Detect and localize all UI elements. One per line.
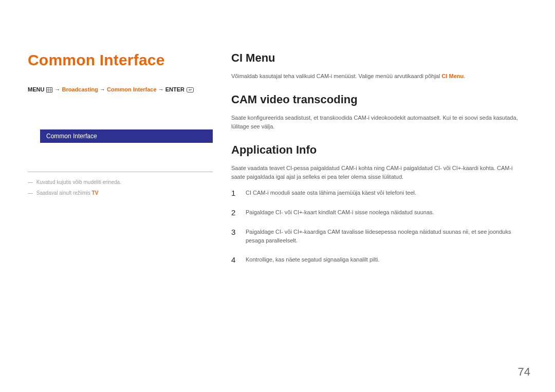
step-number: 4	[231, 255, 238, 265]
ci-menu-description: Võimaldab kasutajal teha valikuid CAM-i …	[231, 72, 527, 81]
footnote-text: Saadaval ainult režiimis	[36, 190, 92, 196]
text-segment: .	[464, 73, 465, 79]
breadcrumb-arrow: →	[55, 86, 61, 92]
page-title: Common Interface	[28, 51, 213, 69]
enter-icon	[187, 87, 194, 94]
step-number: 3	[231, 228, 238, 237]
section-title-application-info: Application Info	[231, 143, 527, 157]
breadcrumb-common-interface: Common Interface	[107, 86, 157, 92]
step-text: CI CAM-i mooduli saate osta lähima jaemü…	[246, 189, 527, 197]
breadcrumb-broadcasting: Broadcasting	[62, 86, 98, 92]
footnote-tv-label: TV	[92, 190, 99, 196]
page-number: 74	[518, 365, 530, 379]
footnote-dash: ―	[28, 190, 34, 196]
step-text: Paigaldage CI- või CI+-kaardiga CAM tava…	[246, 228, 527, 245]
step-number: 1	[231, 189, 238, 198]
breadcrumb-enter: ENTER	[165, 86, 184, 92]
list-item: 3 Paigaldage CI- või CI+-kaardiga CAM ta…	[231, 228, 527, 245]
breadcrumb-arrow: →	[158, 86, 164, 92]
step-number: 2	[231, 208, 238, 217]
step-text: Kontrollige, kas näete segatud signaalig…	[246, 255, 527, 264]
text-segment: Võimaldab kasutajal teha valikuid CAM-i …	[231, 73, 441, 79]
application-info-description: Saate vaadata teavet CI-pessa paigaldatu…	[231, 164, 527, 181]
list-item: 2 Paigaldage CI- või CI+-kaart kindlalt …	[231, 208, 527, 217]
footnote-image-vary: ― Kuvatud kujutis võib mudeliti erineda.	[28, 179, 213, 185]
menu-grid-icon	[46, 87, 52, 94]
footnote-tv-only: ― Saadaval ainult režiimis TV	[28, 190, 213, 196]
footnote-dash: ―	[28, 179, 34, 185]
section-title-cam-transcoding: CAM video transcoding	[231, 93, 527, 106]
list-item: 1 CI CAM-i mooduli saate osta lähima jae…	[231, 189, 527, 198]
list-item: 4 Kontrollige, kas näete segatud signaal…	[231, 255, 527, 265]
divider	[28, 172, 213, 172]
cam-transcoding-description: Saate konfigureerida seadistust, et tran…	[231, 114, 527, 131]
breadcrumb-arrow: →	[100, 86, 105, 92]
step-text: Paigaldage CI- või CI+-kaart kindlalt CA…	[246, 208, 527, 217]
inline-ci-menu-label: CI Menu	[441, 73, 464, 79]
breadcrumb-menu: MENU	[28, 86, 44, 92]
menu-bar-common-interface: Common Interface	[40, 129, 213, 143]
footnote-text: Kuvatud kujutis võib mudeliti erineda.	[36, 179, 121, 185]
step-list: 1 CI CAM-i mooduli saate osta lähima jae…	[231, 189, 527, 265]
section-title-ci-menu: CI Menu	[231, 51, 527, 65]
breadcrumb: MENU → Broadcasting → Common Interface →…	[28, 86, 213, 94]
